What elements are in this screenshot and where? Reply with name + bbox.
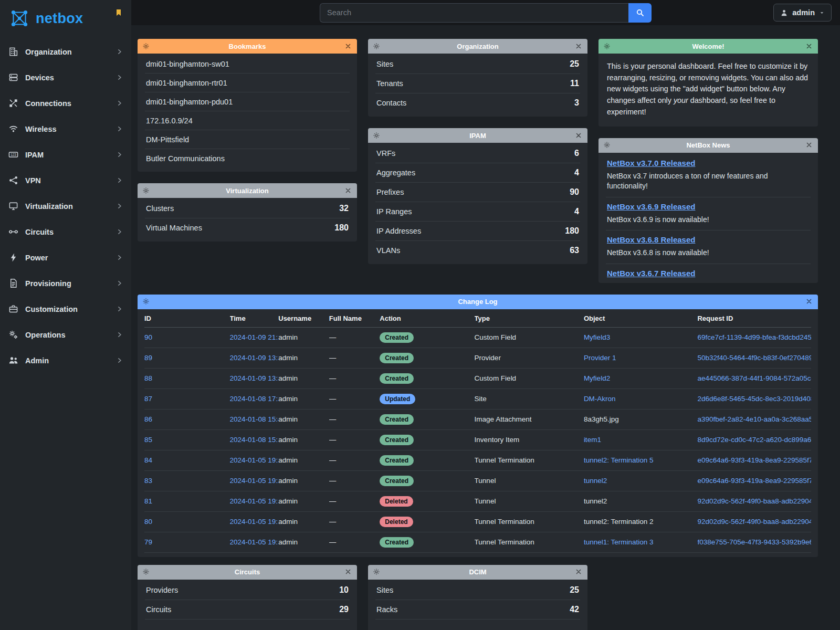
sidebar-item-organization[interactable]: Organization (0, 39, 131, 65)
change-id-link[interactable]: 89 (144, 354, 152, 362)
sidebar-item-virtualization[interactable]: Virtualization (0, 193, 131, 219)
request-id-link[interactable]: ae445066-387d-44f1-9084-572a05ce3e16 (697, 374, 811, 382)
change-object-link[interactable]: tunnel1: Termination 3 (584, 538, 654, 546)
news-headline-link[interactable]: NetBox v3.6.9 Released (607, 202, 695, 211)
bookmark-link[interactable]: Butler Communications (146, 154, 225, 163)
request-id-link[interactable]: 92d02d9c-562f-49f0-baa8-adb22904760d (697, 518, 811, 526)
request-id-link[interactable]: a390fbef-2a82-4e10-aa0a-3c268aa5ef3b (697, 415, 811, 423)
widget-config-button[interactable] (142, 187, 150, 195)
bookmark-link[interactable]: dmi01-binghamton-rtr01 (146, 79, 227, 87)
sidebar-item-ipam[interactable]: 123 IPAM (0, 142, 131, 167)
change-object-link[interactable]: Myfield2 (584, 374, 610, 382)
stat-link[interactable]: IP Ranges (376, 207, 412, 216)
widget-close-button[interactable] (805, 141, 813, 149)
bookmark-link[interactable]: dmi01-binghamton-pdu01 (146, 98, 233, 106)
change-time-link[interactable]: 2024-01-08 15:45 (230, 415, 279, 423)
change-object-link[interactable]: Provider 1 (584, 354, 616, 362)
change-id-link[interactable]: 84 (144, 456, 152, 464)
request-id-link[interactable]: 92d02d9c-562f-49f0-baa8-adb22904760d (697, 497, 811, 505)
news-headline-link[interactable]: NetBox v3.7.0 Released (607, 159, 695, 167)
change-object-link[interactable]: tunnel2 (584, 497, 607, 505)
widget-config-button[interactable] (142, 43, 150, 50)
change-time-link[interactable]: 2024-01-09 21:23 (230, 333, 279, 341)
change-time-link[interactable]: 2024-01-09 13:38 (230, 354, 279, 362)
widget-close-button[interactable] (344, 187, 352, 195)
search-button[interactable] (628, 3, 652, 23)
request-id-link[interactable]: 50b32f40-5464-4f9c-b83f-0ef270489410 (697, 354, 811, 362)
request-id-link[interactable]: 2d6d6e8f-5465-45dc-8ec3-2019d4087b5a (697, 395, 811, 403)
news-headline-link[interactable]: NetBox v3.6.8 Released (607, 235, 695, 244)
bookmark-link[interactable]: DM-Pittsfield (146, 135, 189, 144)
user-menu-button[interactable]: admin (773, 4, 832, 22)
change-time-link[interactable]: 2024-01-05 19:15 (230, 497, 279, 505)
request-id-link[interactable]: 69fce7cf-1139-4d99-bfea-f3dcbd2452d6 (697, 333, 811, 341)
search-input[interactable] (320, 3, 628, 23)
change-object-link[interactable]: 8a3gh5.jpg (584, 415, 619, 423)
widget-close-button[interactable] (344, 43, 352, 50)
change-id-link[interactable]: 86 (144, 415, 152, 423)
stat-link[interactable]: VLANs (376, 246, 400, 255)
widget-config-button[interactable] (373, 43, 381, 50)
widget-close-button[interactable] (344, 568, 352, 576)
sidebar-item-admin[interactable]: Admin (0, 348, 131, 373)
news-headline-link[interactable]: NetBox v3.6.7 Released (607, 269, 695, 278)
change-object-link[interactable]: tunnel2: Termination 2 (584, 518, 654, 526)
stat-link[interactable]: Sites (376, 586, 393, 594)
stat-link[interactable]: Racks (376, 605, 397, 614)
request-id-link[interactable]: e09c64a6-93f3-419a-8ea9-229585f7c6ae (697, 477, 811, 485)
change-id-link[interactable]: 85 (144, 436, 152, 444)
change-time-link[interactable]: 2024-01-08 15:14 (230, 436, 279, 444)
change-object-link[interactable]: DM-Akron (584, 395, 616, 403)
request-id-link[interactable]: e09c64a6-93f3-419a-8ea9-229585f7c6ae (697, 456, 811, 464)
sidebar-item-vpn[interactable]: VPN (0, 167, 131, 193)
change-id-link[interactable]: 80 (144, 518, 152, 526)
change-id-link[interactable]: 83 (144, 477, 152, 485)
bookmark-link[interactable]: 172.16.0.9/24 (146, 117, 193, 125)
widget-config-button[interactable] (603, 43, 611, 50)
sidebar-item-provisioning[interactable]: Provisioning (0, 270, 131, 296)
change-object-link[interactable]: Myfield3 (584, 333, 610, 341)
sidebar-item-operations[interactable]: Operations (0, 322, 131, 348)
sidebar-item-customization[interactable]: Customization (0, 296, 131, 322)
sidebar-item-devices[interactable]: Devices (0, 65, 131, 90)
change-id-link[interactable]: 90 (144, 333, 152, 341)
request-id-link[interactable]: f038e755-705e-47f3-9433-5392b9e6b9e5 (697, 538, 811, 546)
widget-close-button[interactable] (805, 43, 813, 50)
request-id-link[interactable]: 8d9cd72e-cd0c-47c2-a620-dc899a690c21 (697, 436, 811, 444)
change-id-link[interactable]: 81 (144, 497, 152, 505)
stat-link[interactable]: Clusters (146, 204, 174, 213)
stat-link[interactable]: Contacts (376, 99, 406, 107)
stat-link[interactable]: VRFs (376, 149, 395, 158)
stat-link[interactable]: Virtual Machines (146, 224, 202, 232)
stat-link[interactable]: Circuits (146, 605, 171, 614)
change-time-link[interactable]: 2024-01-08 17:28 (230, 395, 279, 403)
widget-close-button[interactable] (575, 568, 583, 576)
widget-close-button[interactable] (805, 298, 813, 306)
stat-link[interactable]: IP Addresses (376, 227, 421, 235)
stat-link[interactable]: Providers (146, 586, 178, 594)
change-time-link[interactable]: 2024-01-09 13:38 (230, 374, 279, 382)
widget-config-button[interactable] (603, 141, 611, 149)
sidebar-item-power[interactable]: Power (0, 245, 131, 270)
stat-link[interactable]: Tenants (376, 79, 403, 88)
bookmark-link[interactable]: dmi01-binghamton-sw01 (146, 60, 229, 68)
brand[interactable]: netbox (0, 0, 131, 36)
widget-close-button[interactable] (575, 132, 583, 140)
change-time-link[interactable]: 2024-01-05 19:14 (230, 538, 279, 546)
widget-close-button[interactable] (575, 43, 583, 50)
change-id-link[interactable]: 87 (144, 395, 152, 403)
widget-config-button[interactable] (373, 568, 381, 576)
bookmark-flag-icon[interactable] (114, 8, 123, 17)
widget-config-button[interactable] (373, 132, 381, 140)
change-object-link[interactable]: tunnel2 (584, 477, 607, 485)
change-object-link[interactable]: tunnel2: Termination 5 (584, 456, 654, 464)
sidebar-item-wireless[interactable]: Wireless (0, 116, 131, 142)
stat-link[interactable]: Sites (376, 60, 393, 68)
change-time-link[interactable]: 2024-01-05 19:15 (230, 518, 279, 526)
stat-link[interactable]: Prefixes (376, 188, 404, 196)
sidebar-item-circuits[interactable]: Circuits (0, 219, 131, 245)
change-id-link[interactable]: 79 (144, 538, 152, 546)
change-time-link[interactable]: 2024-01-05 19:22 (230, 456, 279, 464)
change-object-link[interactable]: item1 (584, 436, 601, 444)
change-time-link[interactable]: 2024-01-05 19:22 (230, 477, 279, 485)
